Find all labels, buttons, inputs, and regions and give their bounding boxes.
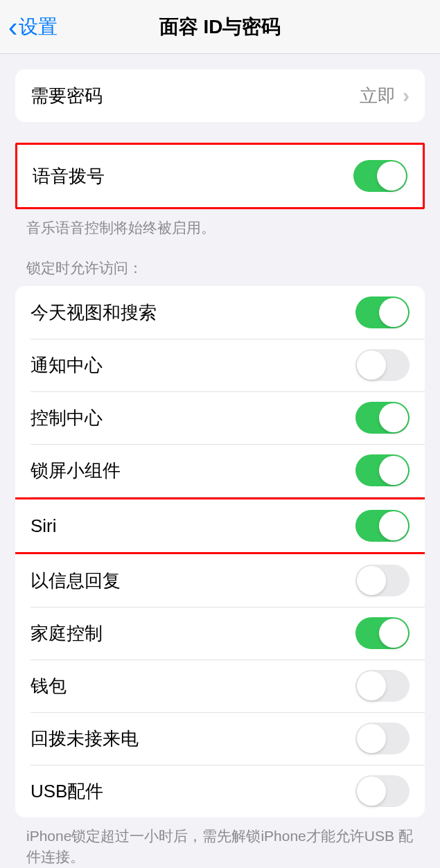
toggle-siri[interactable] xyxy=(355,510,410,542)
toggle-锁屏小组件[interactable] xyxy=(355,454,410,486)
voice-dial-toggle[interactable] xyxy=(353,160,407,192)
voice-dial-label: 语音拨号 xyxy=(33,164,105,188)
require-passcode-row[interactable]: 需要密码 立即 › xyxy=(15,69,425,122)
voice-dial-row: 语音拨号 xyxy=(17,145,423,207)
lock-access-row-通知中心: 通知中心 xyxy=(15,339,425,391)
lock-access-label: Siri xyxy=(30,515,57,537)
voice-dial-footer: 音乐语音控制将始终被启用。 xyxy=(0,209,440,238)
chevron-right-icon: › xyxy=(403,84,410,107)
lock-access-row-今天视图和搜索: 今天视图和搜索 xyxy=(15,286,425,339)
lock-access-row-钱包: 钱包 xyxy=(15,659,425,712)
lock-access-label: 锁屏小组件 xyxy=(30,459,121,483)
chevron-left-icon: ‹ xyxy=(8,13,17,41)
usb-footer: iPhone锁定超过一小时后，需先解锁iPhone才能允许USB 配件连接。 xyxy=(0,817,440,867)
lock-access-label: 今天视图和搜索 xyxy=(30,301,157,325)
lock-access-row-usb配件: USB配件 xyxy=(15,765,425,817)
toggle-家庭控制[interactable] xyxy=(355,617,410,649)
lock-access-label: USB配件 xyxy=(30,779,103,804)
back-label: 设置 xyxy=(19,14,58,40)
require-passcode-label: 需要密码 xyxy=(30,84,103,108)
lock-access-label: 控制中心 xyxy=(30,406,103,430)
page-title: 面容 ID与密码 xyxy=(0,14,440,40)
lock-access-label: 钱包 xyxy=(30,674,67,698)
lock-access-label: 家庭控制 xyxy=(30,621,103,646)
lock-access-label: 通知中心 xyxy=(30,353,103,378)
require-passcode-value: 立即 xyxy=(360,84,396,108)
toggle-通知中心[interactable] xyxy=(355,349,410,381)
lock-access-row-siri: Siri xyxy=(15,499,425,552)
toggle-usb配件[interactable] xyxy=(355,775,410,807)
toggle-今天视图和搜索[interactable] xyxy=(355,296,410,328)
lock-access-label: 以信息回复 xyxy=(30,569,121,593)
toggle-钱包[interactable] xyxy=(355,670,410,702)
highlight-voice-dial: 语音拨号 xyxy=(15,143,425,209)
navigation-bar: ‹ 设置 面容 ID与密码 xyxy=(0,0,440,54)
highlight-siri: Siri xyxy=(15,497,425,554)
lock-access-row-锁屏小组件: 锁屏小组件 xyxy=(15,444,425,497)
toggle-以信息回复[interactable] xyxy=(355,565,410,596)
lock-access-row-家庭控制: 家庭控制 xyxy=(15,607,425,659)
back-button[interactable]: ‹ 设置 xyxy=(0,13,58,41)
lock-access-row-回拨未接来电: 回拨未接来电 xyxy=(15,712,425,765)
lock-access-header: 锁定时允许访问： xyxy=(0,238,440,286)
group-require-passcode: 需要密码 立即 › xyxy=(15,69,425,122)
lock-access-row-以信息回复: 以信息回复 xyxy=(15,554,425,607)
lock-access-label: 回拨未接来电 xyxy=(30,727,139,751)
group-lock-access: 今天视图和搜索通知中心控制中心锁屏小组件Siri以信息回复家庭控制钱包回拨未接来… xyxy=(15,286,425,817)
toggle-回拨未接来电[interactable] xyxy=(355,723,410,754)
lock-access-row-控制中心: 控制中心 xyxy=(15,391,425,444)
toggle-控制中心[interactable] xyxy=(355,402,410,434)
